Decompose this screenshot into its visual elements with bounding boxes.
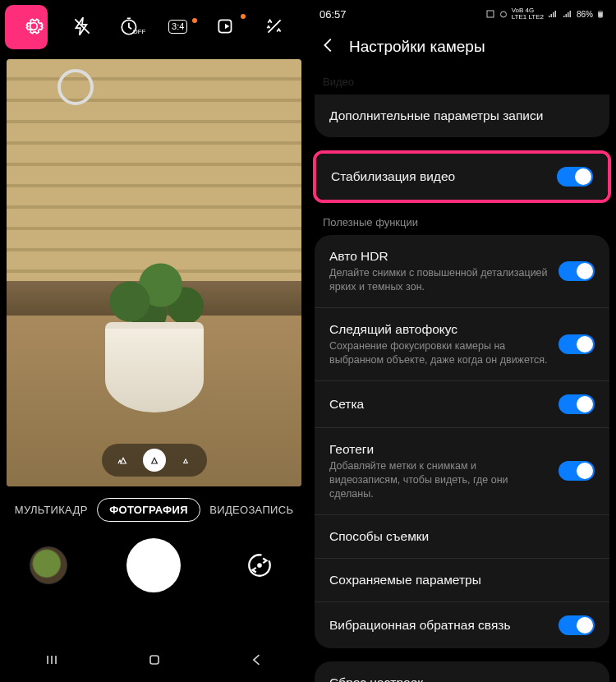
nav-recents-button[interactable] [44,652,60,671]
row-label: Геотеги [329,441,549,458]
tree-wide-icon [117,454,130,467]
home-icon [146,652,163,668]
toggle-grid[interactable] [559,394,595,414]
row-reset[interactable]: Сброс настроек [315,661,609,682]
timer-button[interactable]: OFF [106,16,154,37]
ratio-label: 3:4 [168,20,187,34]
signal-icon [562,9,573,19]
recents-icon [44,652,60,668]
row-tracking-af[interactable]: Следящий автофокус Сохранение фокусировк… [315,307,609,380]
svg-point-6 [500,12,506,17]
signal-icon [547,9,559,19]
row-sub: Делайте снимки с повышенной детализацией… [329,266,549,294]
battery-icon [596,8,605,20]
toggle-tracking-af[interactable] [559,334,595,354]
back-icon [249,652,265,668]
section-video-label: Видео [308,72,616,94]
zoom-selector [102,444,207,477]
toggle-stabilization[interactable] [557,167,593,187]
svg-point-3 [257,563,262,568]
aspect-ratio-button[interactable]: 3:4 [154,20,203,34]
gear-icon [23,16,44,37]
alarm-icon [499,9,508,19]
toggle-auto-hdr[interactable] [559,261,595,281]
notification-icon [485,9,495,19]
row-label: Вибрационная обратная связь [329,617,549,634]
mode-photo[interactable]: ФОТОГРАФИЯ [97,498,200,522]
row-label: Сброс настроек [329,675,595,682]
row-label: Стабилизация видео [331,168,547,185]
indicator-dot-icon [192,18,197,23]
zoom-ultrawide-button[interactable] [112,449,135,472]
status-bar: 06:57 VoB 4GLTE1 LTE2 86% [308,0,616,25]
row-advanced-recording[interactable]: Дополнительные параметры записи [315,94,609,137]
chevron-left-icon [319,36,338,54]
group-video: Дополнительные параметры записи [315,94,609,137]
row-geotags[interactable]: Геотеги Добавляйте метки к снимкам и вид… [315,427,609,514]
nav-home-button[interactable] [146,652,163,671]
row-label: Сетка [329,396,549,412]
nav-back-button[interactable] [249,652,265,671]
row-sub: Добавляйте метки к снимкам и видеозапися… [329,459,549,501]
motion-photo-button[interactable] [202,16,251,37]
magic-icon [264,16,285,37]
android-navbar [0,646,308,677]
mode-selector: МУЛЬТИКАДР ФОТОГРАФИЯ ВИДЕОЗАПИСЬ [0,498,308,522]
status-icons: VoB 4GLTE1 LTE2 86% [485,7,605,21]
zoom-tele-button[interactable] [174,449,197,472]
svg-rect-5 [487,11,494,17]
row-haptic[interactable]: Вибрационная обратная связь [315,601,609,648]
battery-percent: 86% [577,10,593,19]
stabilization-highlight: Стабилизация видео [313,150,611,203]
back-button[interactable] [319,36,338,58]
motion-photo-icon [215,16,237,37]
group-system: Сброс настроек О приложении "Камера" [315,661,609,682]
timer-off-label: OFF [133,28,146,35]
page-title: Настройки камеры [349,38,485,56]
row-grid[interactable]: Сетка [315,380,609,427]
row-label: Дополнительные параметры записи [329,108,595,124]
flash-off-icon [71,16,93,37]
shutter-row [0,538,308,592]
row-auto-hdr[interactable]: Авто HDR Делайте снимки с повышенной дет… [315,235,609,307]
tree-icon [148,454,161,467]
gallery-thumbnail[interactable] [30,546,67,584]
status-time: 06:57 [319,8,347,21]
scene-pot [105,322,204,412]
mode-video[interactable]: ВИДЕОЗАПИСЬ [203,499,300,521]
tree-small-icon [180,454,191,466]
row-label: Способы съемки [329,528,595,545]
svg-rect-4 [150,656,159,664]
flash-button[interactable] [58,16,107,37]
focus-indicator-icon [57,69,94,105]
row-stabilization[interactable]: Стабилизация видео [316,154,608,200]
row-label: Следящий автофокус [329,321,549,338]
group-useful: Авто HDR Делайте снимки с повышенной дет… [315,235,609,648]
switch-camera-button[interactable] [241,546,278,584]
indicator-dot-icon [241,14,246,19]
row-shooting-methods[interactable]: Способы съемки [315,514,609,558]
svg-rect-8 [599,12,602,17]
camera-flip-icon [246,551,274,579]
camera-app-screen: OFF 3:4 [0,0,308,682]
toggle-geotags[interactable] [559,461,595,481]
settings-header: Настройки камеры [308,25,616,72]
toggle-haptic[interactable] [559,615,595,635]
row-saved-params[interactable]: Сохраняемые параметры [315,558,609,601]
camera-viewfinder[interactable] [7,59,301,486]
camera-settings-screen: 06:57 VoB 4GLTE1 LTE2 86% Настройки каме… [308,0,616,682]
shutter-button[interactable] [126,538,181,592]
zoom-standard-button[interactable] [143,449,166,472]
row-label: Авто HDR [329,248,549,265]
mode-multiframe[interactable]: МУЛЬТИКАДР [8,499,94,521]
row-sub: Сохранение фокусировки камеры на выбранн… [329,339,549,367]
section-useful-label: Полезные функции [308,213,616,235]
row-label: Сохраняемые параметры [329,572,595,588]
settings-button[interactable] [10,16,58,37]
effects-button[interactable] [251,16,299,37]
